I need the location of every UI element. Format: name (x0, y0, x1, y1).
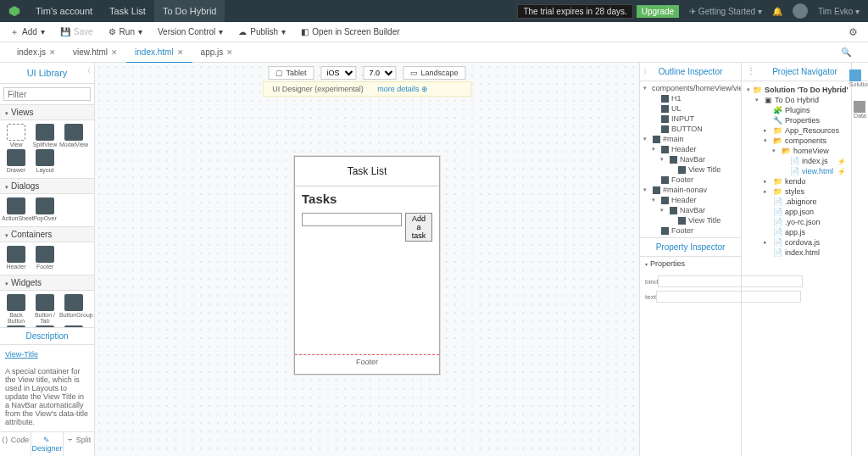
publish-button[interactable]: ☁ Publish ▾ (238, 27, 286, 36)
desc-link[interactable]: View-Title (5, 350, 38, 359)
version-select[interactable]: 7.0 (363, 66, 396, 80)
tab-designer[interactable]: ✎ Designer (31, 432, 63, 456)
widget-footer[interactable]: Footer (31, 246, 59, 270)
tree-row: ▾components/homeView/view (643, 83, 737, 93)
side-tab-solution[interactable]: Solution (849, 70, 868, 87)
ui-library-panel: UI Library〈 Views View SplitView ModalVi… (0, 63, 95, 456)
description-title: Description (0, 327, 94, 345)
project-tree[interactable]: ▾📁 Solution 'To Do Hybrid' ▾▣ To Do Hybr… (742, 81, 851, 261)
brand-logo-icon (8, 5, 20, 17)
widget-splitview[interactable]: SplitView (31, 124, 59, 147)
settings-gear-icon[interactable]: ⚙ (849, 26, 858, 38)
add-button[interactable]: ＋ Add ▾ (10, 26, 45, 38)
tree-row: ▸📁 App_Resources (747, 125, 846, 136)
filter-input[interactable] (3, 87, 91, 101)
tree-row: ▾NavBar (643, 154, 737, 164)
tab-view-html[interactable]: view.html✕ (64, 42, 126, 63)
tab-index-html[interactable]: index.html✕ (126, 43, 192, 64)
tree-row: UL (643, 103, 737, 114)
expand-icon[interactable]: 〉 (643, 67, 650, 76)
category-dialogs[interactable]: Dialogs (0, 178, 94, 194)
collapse-icon[interactable]: 〈 (84, 66, 91, 75)
widget-modalview[interactable]: ModalView (59, 124, 88, 147)
ui-library-title: UI Library〈 (0, 63, 94, 84)
top-bar: Tim's account Task List To Do Hybrid The… (0, 0, 868, 22)
tree-row: ▾📂 components (747, 136, 846, 146)
widget-popover[interactable]: PopOver (31, 197, 59, 221)
tree-row: View Title (643, 164, 737, 175)
project-navigator-panel: ⋮Project Navigator ▾📁 Solution 'To Do Hy… (741, 63, 868, 456)
tab-code[interactable]: ⟨⟩ Code (0, 432, 31, 456)
device-type-button[interactable]: ▢ Tablet (268, 66, 314, 80)
close-icon[interactable]: ✕ (49, 42, 56, 63)
widget-drawer[interactable]: Drawer (2, 149, 31, 173)
bolt-icon: ⚡ (837, 168, 846, 175)
preview-task-input[interactable] (302, 213, 402, 226)
account-crumb[interactable]: Tim's account (27, 0, 101, 22)
orientation-button[interactable]: ▭ Landscape (403, 66, 465, 80)
description-panel: View-Title A special container for the V… (0, 345, 94, 431)
widget-view[interactable]: View (2, 124, 31, 147)
close-icon[interactable]: ✕ (177, 42, 184, 63)
device-preview[interactable]: Task List Tasks Add a task Footer (294, 156, 440, 375)
getting-started-link[interactable]: ✈ Getting Started ▾ (689, 7, 762, 16)
preview-heading: Tasks (302, 192, 432, 206)
tab-split[interactable]: ⫟ Split (64, 432, 94, 456)
outline-tree[interactable]: ▾components/homeView/view H1 UL INPUT BU… (640, 81, 741, 237)
tree-row: View Title (643, 215, 737, 225)
close-icon[interactable]: ✕ (111, 42, 118, 63)
desc-text: A special container for the View title, … (5, 367, 88, 426)
save-button[interactable]: 💾 Save (60, 27, 93, 36)
avatar[interactable] (793, 3, 808, 19)
preview-add-task-button[interactable]: Add a task (405, 213, 432, 242)
tree-row: ▾#main-nonav (643, 185, 737, 195)
properties-category[interactable]: Properties (640, 257, 741, 270)
solution-icon (849, 70, 861, 81)
prop-label: bind (645, 278, 658, 286)
widget-button-tab[interactable]: Button / Tab (31, 294, 59, 324)
notifications-icon[interactable]: 🔔 (772, 7, 782, 16)
user-menu[interactable]: Tim Evko ▾ (818, 7, 860, 16)
preview-footer: Footer (295, 354, 439, 370)
inspector-panel: 〉Outline Inspector ▾components/homeView/… (639, 63, 741, 456)
side-tab-data[interactable]: Data (854, 101, 866, 119)
tab-index-js[interactable]: index.js✕ (8, 42, 64, 63)
tree-row: 📄 index.js⚡ (747, 156, 846, 166)
menu-dots-icon[interactable]: ⋮ (747, 66, 755, 75)
tree-row: ▾Header (643, 195, 737, 205)
property-title: Property Inspector (640, 237, 741, 257)
tree-row: INPUT (643, 114, 737, 124)
tab-app-js[interactable]: app.js✕ (192, 42, 242, 63)
tree-row: 📄 index.html (747, 247, 846, 258)
solution-crumb[interactable]: To Do Hybrid (154, 0, 225, 22)
run-button[interactable]: ⚙ Run ▾ (108, 27, 142, 36)
project-crumb[interactable]: Task List (101, 0, 154, 22)
editor-mode-tabs: ⟨⟩ Code ✎ Designer ⫟ Split (0, 431, 94, 456)
category-views[interactable]: Views (0, 104, 94, 120)
tree-row: 🔧 Properties (747, 115, 846, 125)
data-icon (854, 101, 865, 113)
widget-back-button[interactable]: Back Button (2, 294, 31, 324)
version-control-button[interactable]: Version Control ▾ (158, 27, 223, 36)
os-select[interactable]: iOS (320, 66, 356, 80)
design-canvas[interactable]: ▢ Tablet iOS 7.0 ▭ Landscape UI Designer… (95, 63, 639, 456)
tree-row: Footer (643, 175, 737, 185)
category-widgets[interactable]: Widgets (0, 275, 94, 291)
search-icon[interactable]: 🔍 (841, 47, 851, 57)
widget-layout[interactable]: Layout (31, 149, 59, 173)
tree-row: Footer (643, 225, 737, 236)
tree-row: ▸📁 kendo (747, 176, 846, 186)
close-icon[interactable]: ✕ (226, 42, 233, 63)
category-containers[interactable]: Containers (0, 226, 94, 242)
upgrade-button[interactable]: Upgrade (637, 5, 679, 18)
tree-row: ▾▣ To Do Hybrid (747, 95, 846, 105)
widget-actionsheet[interactable]: ActionSheet (2, 197, 31, 221)
outline-title: 〉Outline Inspector (640, 63, 741, 81)
screen-builder-button[interactable]: ◧ Open in Screen Builder (301, 27, 399, 36)
tree-row: 📄 app.json (747, 207, 846, 217)
more-details-link[interactable]: more details ⊕ (377, 85, 428, 93)
bolt-icon: ⚡ (837, 158, 846, 165)
widget-header[interactable]: Header (2, 246, 31, 270)
tree-row: H1 (643, 93, 737, 103)
widget-buttongroup[interactable]: ButtonGroup (59, 294, 88, 324)
